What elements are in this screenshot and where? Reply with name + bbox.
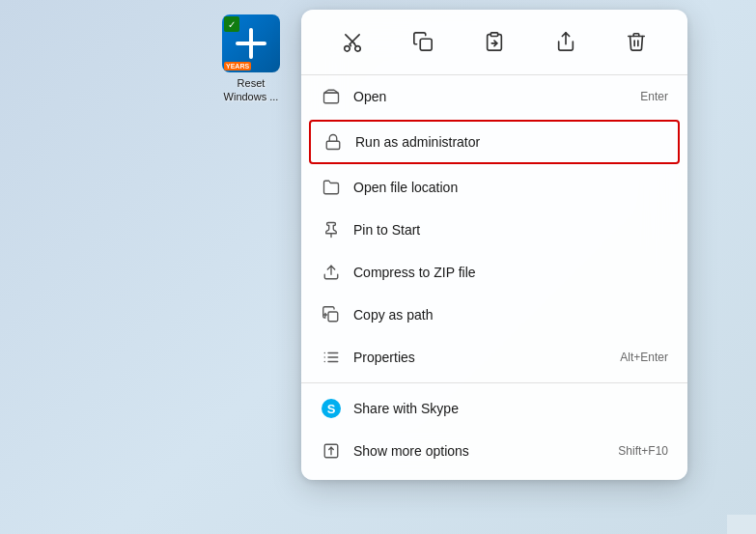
paste-shortcut-icon <box>484 31 505 57</box>
years-badge: YEARS <box>224 62 251 70</box>
share-button[interactable] <box>547 25 584 63</box>
copy-icon <box>412 31 434 57</box>
desktop-icon[interactable]: ✓ YEARS Reset Windows ... <box>212 14 290 104</box>
paste-shortcut-button[interactable] <box>476 25 513 63</box>
menu-item-copy-as-path[interactable]: Copy as path <box>301 294 687 336</box>
svg-rect-8 <box>421 39 433 50</box>
open-file-location-label: Open file location <box>353 180 668 195</box>
svg-line-7 <box>350 44 350 46</box>
open-label: Open <box>353 89 617 104</box>
menu-item-run-as-admin[interactable]: Run as administrator <box>309 120 680 164</box>
icon-label: Reset Windows ... <box>224 76 279 104</box>
properties-shortcut: Alt+Enter <box>620 351 668 364</box>
open-icon <box>321 86 342 107</box>
svg-point-2 <box>345 46 350 52</box>
menu-item-compress-to-zip[interactable]: Compress to ZIP file <box>301 251 687 294</box>
share-with-skype-label: Share with Skype <box>353 401 668 416</box>
menu-divider <box>301 382 687 383</box>
run-as-admin-icon <box>322 131 344 153</box>
show-more-options-label: Show more options <box>353 443 595 459</box>
run-as-admin-label: Run as administrator <box>355 134 666 150</box>
open-file-location-icon <box>321 177 342 198</box>
delete-button[interactable] <box>618 25 655 63</box>
svg-rect-9 <box>490 33 497 37</box>
pin-to-start-label: Pin to Start <box>353 222 668 238</box>
svg-rect-13 <box>326 141 340 149</box>
toolbar-row <box>301 17 687 75</box>
context-menu: Open Enter Run as administrator Open fil… <box>301 10 687 480</box>
cut-icon <box>342 31 363 57</box>
copy-button[interactable] <box>405 25 441 63</box>
icon-image: ✓ YEARS <box>222 14 280 72</box>
menu-item-show-more-options[interactable]: Show more options Shift+F10 <box>301 430 687 472</box>
desktop: ✓ YEARS Reset Windows ... <box>0 0 756 534</box>
properties-label: Properties <box>353 350 597 365</box>
compress-to-zip-label: Compress to ZIP file <box>353 265 668 280</box>
menu-item-open[interactable]: Open Enter <box>301 75 687 118</box>
show-more-options-icon <box>321 440 342 462</box>
properties-icon <box>321 347 342 368</box>
checkmark-badge: ✓ <box>224 16 239 32</box>
menu-item-share-with-skype[interactable]: S Share with Skype <box>301 387 687 430</box>
copy-as-path-icon <box>321 304 342 325</box>
cut-button[interactable] <box>334 25 371 63</box>
pin-to-start-icon <box>321 219 342 240</box>
svg-rect-16 <box>328 312 338 322</box>
svg-point-3 <box>355 46 361 52</box>
taskbar-corner <box>727 515 756 534</box>
show-more-options-shortcut: Shift+F10 <box>618 444 668 458</box>
open-shortcut: Enter <box>640 90 668 103</box>
svg-line-6 <box>354 43 356 46</box>
compress-to-zip-icon <box>321 262 342 283</box>
menu-item-pin-to-start[interactable]: Pin to Start <box>301 209 687 251</box>
skype-icon: S <box>321 398 342 419</box>
share-icon <box>555 31 576 57</box>
menu-item-open-file-location[interactable]: Open file location <box>301 166 687 209</box>
copy-as-path-label: Copy as path <box>353 307 668 323</box>
menu-item-properties[interactable]: Properties Alt+Enter <box>301 336 687 379</box>
delete-icon <box>626 31 647 57</box>
svg-rect-12 <box>324 93 339 103</box>
